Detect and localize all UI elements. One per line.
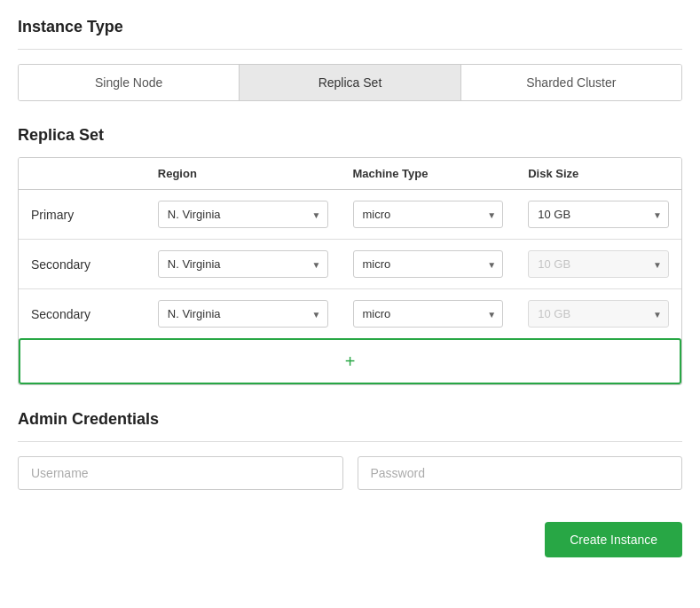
col-header-region: Region <box>146 158 341 190</box>
row-2-machine-select[interactable]: microsmallmediumlargexlarge <box>353 300 504 328</box>
row-0-disk-select[interactable]: 10 GB20 GB50 GB100 GB200 GB <box>528 201 669 228</box>
col-header-machine-type: Machine Type <box>341 158 516 190</box>
tab-sharded-cluster[interactable]: Sharded Cluster <box>461 65 681 100</box>
tab-replica-set[interactable]: Replica Set <box>240 65 460 100</box>
row-1-disk-select: 10 GB20 GB50 GB100 GB200 GB <box>528 250 669 278</box>
add-row-button[interactable]: + <box>19 338 681 384</box>
table-row: PrimaryN. VirginiaUS EastUS WestEU WestA… <box>19 190 681 240</box>
instance-type-tabs: Single Node Replica Set Sharded Cluster <box>18 64 682 101</box>
divider-2 <box>18 441 682 442</box>
col-header-label <box>19 158 146 190</box>
admin-credentials-title: Admin Credentials <box>18 410 682 429</box>
row-0-label: Primary <box>19 190 146 240</box>
table-row: SecondaryN. VirginiaUS EastUS WestEU Wes… <box>19 240 681 289</box>
col-header-disk-size: Disk Size <box>515 158 681 190</box>
instance-type-title: Instance Type <box>18 18 682 36</box>
row-1-label: Secondary <box>19 240 146 289</box>
divider-1 <box>18 49 682 50</box>
admin-credentials-section: Admin Credentials <box>18 410 682 490</box>
row-0-region-select[interactable]: N. VirginiaUS EastUS WestEU WestAsia Pac… <box>158 201 328 228</box>
row-0-machine-select[interactable]: microsmallmediumlargexlarge <box>353 201 504 228</box>
username-input[interactable] <box>18 456 343 490</box>
tab-single-node[interactable]: Single Node <box>19 65 240 100</box>
row-2-region-select[interactable]: N. VirginiaUS EastUS WestEU WestAsia Pac… <box>158 300 328 328</box>
table-header-row: Region Machine Type Disk Size <box>19 158 681 190</box>
password-input[interactable] <box>358 456 683 490</box>
row-2-label: Secondary <box>19 289 146 339</box>
page-footer: Create Instance <box>18 508 682 572</box>
replica-set-table-wrapper: Region Machine Type Disk Size PrimaryN. … <box>18 157 682 385</box>
credentials-inputs-row <box>18 456 682 490</box>
table-row: SecondaryN. VirginiaUS EastUS WestEU Wes… <box>19 289 681 339</box>
create-instance-button[interactable]: Create Instance <box>545 522 682 557</box>
replica-set-title: Replica Set <box>18 126 682 145</box>
replica-set-table: Region Machine Type Disk Size PrimaryN. … <box>19 158 681 338</box>
row-1-region-select[interactable]: N. VirginiaUS EastUS WestEU WestAsia Pac… <box>158 250 328 278</box>
row-2-disk-select: 10 GB20 GB50 GB100 GB200 GB <box>528 300 669 328</box>
row-1-machine-select[interactable]: microsmallmediumlargexlarge <box>353 250 504 278</box>
instance-type-section: Instance Type Single Node Replica Set Sh… <box>18 18 682 101</box>
replica-set-section: Replica Set Region Machine Type Disk Siz… <box>18 126 682 385</box>
